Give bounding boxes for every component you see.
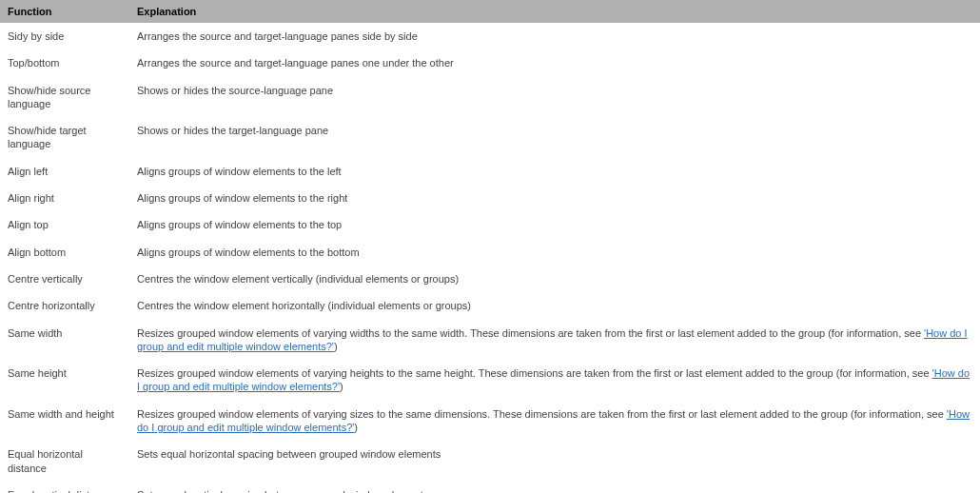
- header-function: Function: [0, 0, 129, 23]
- explanation-suffix: ): [354, 422, 358, 433]
- table-row: Align leftAligns groups of window elemen…: [0, 158, 980, 185]
- table-row: Show/hide source languageShows or hides …: [0, 77, 980, 118]
- table-row: Show/hide target languageShows or hides …: [0, 117, 980, 158]
- function-cell: Equal vertical distance: [0, 482, 129, 493]
- explanation-cell: Shows or hides the target-language pane: [129, 117, 980, 158]
- table-row: Equal horizontal distanceSets equal hori…: [0, 441, 980, 482]
- explanation-cell: Aligns groups of window elements to the …: [129, 185, 980, 211]
- function-cell: Centre vertically: [0, 266, 129, 292]
- table-row: Centre horizontallyCentres the window el…: [0, 292, 980, 319]
- function-cell: Align right: [0, 185, 129, 211]
- explanation-text: Resizes grouped window elements of varyi…: [137, 408, 947, 420]
- table-header-row: Function Explanation: [0, 0, 980, 23]
- explanation-suffix: ): [340, 381, 343, 392]
- function-cell: Align bottom: [0, 239, 129, 266]
- explanation-cell: Aligns groups of window elements to the …: [129, 211, 980, 238]
- explanation-cell: Shows or hides the source-language pane: [129, 77, 980, 118]
- explanation-text: Resizes grouped window elements of varyi…: [137, 327, 924, 339]
- function-cell: Centre horizontally: [0, 292, 129, 319]
- explanation-text: Resizes grouped window elements of varyi…: [137, 367, 932, 379]
- functions-table: Function Explanation Sidy by sideArrange…: [0, 0, 980, 493]
- function-cell: Same width: [0, 320, 129, 361]
- table-row: Align topAligns groups of window element…: [0, 211, 980, 238]
- function-cell: Align left: [0, 158, 129, 185]
- function-cell: Same width and height: [0, 401, 129, 442]
- explanation-cell: Resizes grouped window elements of varyi…: [129, 401, 980, 442]
- table-row: Same heightResizes grouped window elemen…: [0, 360, 980, 401]
- function-cell: Show/hide source language: [0, 77, 129, 118]
- explanation-suffix: ): [334, 341, 338, 352]
- table-row: Equal vertical distanceSets equal vertic…: [0, 482, 980, 493]
- explanation-cell: Arranges the source and target-language …: [129, 49, 980, 76]
- function-cell: Equal horizontal distance: [0, 441, 129, 482]
- function-cell: Same height: [0, 360, 129, 401]
- table-row: Align bottomAligns groups of window elem…: [0, 239, 980, 266]
- explanation-cell: Centres the window element vertically (i…: [129, 266, 980, 292]
- table-row: Align rightAligns groups of window eleme…: [0, 185, 980, 211]
- function-cell: Show/hide target language: [0, 117, 129, 158]
- table-row: Top/bottomArranges the source and target…: [0, 49, 980, 76]
- header-explanation: Explanation: [129, 0, 980, 23]
- function-cell: Sidy by side: [0, 23, 129, 49]
- explanation-cell: Sets equal horizontal spacing between gr…: [129, 441, 980, 482]
- table-row: Centre verticallyCentres the window elem…: [0, 266, 980, 292]
- function-cell: Align top: [0, 211, 129, 238]
- explanation-cell: Arranges the source and target-language …: [129, 23, 980, 49]
- table-row: Same width and heightResizes grouped win…: [0, 401, 980, 442]
- function-cell: Top/bottom: [0, 49, 129, 76]
- explanation-cell: Aligns groups of window elements to the …: [129, 239, 980, 266]
- explanation-cell: Resizes grouped window elements of varyi…: [129, 360, 980, 401]
- explanation-cell: Resizes grouped window elements of varyi…: [129, 320, 980, 361]
- explanation-cell: Aligns groups of window elements to the …: [129, 158, 980, 185]
- explanation-cell: Sets equal vertical spacing between grou…: [129, 482, 980, 493]
- explanation-cell: Centres the window element horizontally …: [129, 292, 980, 319]
- table-row: Sidy by sideArranges the source and targ…: [0, 23, 980, 49]
- table-row: Same widthResizes grouped window element…: [0, 320, 980, 361]
